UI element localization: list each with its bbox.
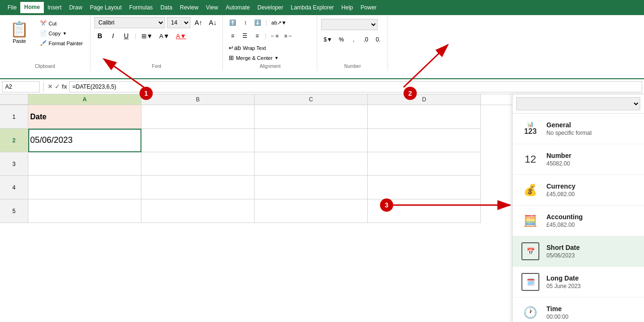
font-family-select[interactable]: Calibri [94,17,165,28]
format-painter-icon: 🖌️ [40,40,47,46]
cell-d1[interactable] [368,105,481,129]
underline-button[interactable]: U [121,30,132,41]
col-header-b[interactable]: B [141,94,255,105]
row-header-4[interactable]: 4 [0,176,28,199]
align-left-btn[interactable]: ≡ [227,30,238,41]
fill-color-button[interactable]: A▼ [157,30,172,41]
wrap-text-button[interactable]: ↵ab Wrap Text [227,43,295,52]
menu-insert[interactable]: Insert [44,2,66,13]
bold-button[interactable]: B [94,30,106,41]
format-item-short-date[interactable]: 📅 Short Date 05/06/2023 [512,236,644,267]
cell-b5[interactable] [141,199,255,223]
menu-formulas[interactable]: Formulas [125,2,157,13]
time-text: Time 00:00:00 [546,305,569,320]
cell-a1[interactable]: Date [28,105,141,129]
cancel-formula-icon[interactable]: ✕ [48,83,53,90]
format-item-currency[interactable]: 💰 Currency £45,082.00 [512,175,644,206]
row-header-5[interactable]: 5 [0,199,28,223]
align-bottom-btn[interactable]: ⬇️ [252,17,264,28]
cell-a3[interactable] [28,152,141,176]
formula-input[interactable] [69,81,642,92]
indent-increase-btn[interactable]: ≡→ [282,30,295,41]
cell-a4[interactable] [28,176,141,199]
formula-icons: ✕ ✓ fx [48,83,67,90]
copy-button[interactable]: 📄 Copy ▼ [37,29,86,38]
cell-b2[interactable] [141,129,255,152]
align-top-btn[interactable]: ⬆️ [227,17,239,28]
font-shrink-btn[interactable]: A↓ [206,17,219,28]
number-format-select[interactable] [321,19,378,30]
format-item-time[interactable]: 🕐 Time 00:00:00 [512,297,644,322]
cell-b3[interactable] [141,152,255,176]
accounting-format-btn[interactable]: $▼ [321,34,335,45]
cell-d5[interactable] [368,199,481,223]
cell-a2[interactable]: 05/06/2023 [28,129,141,152]
confirm-formula-icon[interactable]: ✓ [55,83,60,90]
row-header-1[interactable]: 1 [0,105,28,129]
merge-center-button[interactable]: ⊞ Merge & Center ▼ [227,53,295,62]
menu-review[interactable]: Review [176,2,202,13]
format-painter-button[interactable]: 🖌️ Format Painter [37,39,86,48]
align-bottom-row: ≡ ☰ ≡ | ←≡ ≡→ [227,30,295,41]
format-item-general[interactable]: 📊 123 General No specific format [512,114,644,144]
menu-help[interactable]: Help [338,2,357,13]
long-date-icon: 🗓️ [520,272,541,292]
text-orientation-btn[interactable]: ab↗▼ [269,17,289,28]
percent-btn[interactable]: % [336,34,347,45]
cell-b1[interactable] [141,105,255,129]
time-icon: 🕐 [520,302,541,322]
cell-c4[interactable] [255,176,368,199]
menu-view[interactable]: View [202,2,222,13]
cell-c2[interactable] [255,129,368,152]
font-grow-btn[interactable]: A↑ [192,17,205,28]
cell-d2[interactable] [368,129,481,152]
cell-c5[interactable] [255,199,368,223]
decimal-decrease-btn[interactable]: 0. [372,34,384,45]
decimal-increase-btn[interactable]: .0 [360,34,372,45]
cell-c1[interactable] [255,105,368,129]
menu-data[interactable]: Data [157,2,176,13]
format-item-accounting[interactable]: 🧮 Accounting £45,082.00 [512,206,644,236]
font-size-select[interactable]: 14 [167,17,190,28]
col-header-a[interactable]: A [28,94,141,105]
align-right-btn[interactable]: ≡ [251,30,263,41]
cell-d4[interactable] [368,176,481,199]
currency-name: Currency [546,182,575,190]
paste-icon: 📋 [10,20,29,38]
col-header-c[interactable]: C [255,94,368,105]
menu-developer[interactable]: Developer [254,2,287,13]
merge-dropdown-icon[interactable]: ▼ [274,56,279,60]
row-header-3[interactable]: 3 [0,152,28,176]
format-panel-dropdown[interactable] [516,97,640,110]
menu-pagelayout[interactable]: Page Layout [86,2,125,13]
copy-dropdown-icon[interactable]: ▼ [63,31,67,36]
cell-reference-box[interactable] [2,81,40,92]
cell-a5[interactable] [28,199,141,223]
row-header-2[interactable]: 2 [0,129,28,152]
cell-b4[interactable] [141,176,255,199]
insert-function-icon[interactable]: fx [62,83,67,90]
cell-c3[interactable] [255,152,368,176]
format-item-long-date[interactable]: 🗓️ Long Date 05 June 2023 [512,267,644,297]
comma-btn[interactable]: , [348,34,359,45]
col-header-d[interactable]: D [368,94,481,105]
menu-power[interactable]: Power [357,2,380,13]
ribbon-alignment-group: ⬆️ ↕️ ⬇️ | ab↗▼ ≡ ☰ ≡ | ←≡ ≡→ ↵ab [223,15,317,71]
merge-center-label: Merge & Center [236,55,272,61]
col-header-row: A B C D [0,94,512,105]
menu-draw[interactable]: Draw [66,2,86,13]
cut-button[interactable]: ✂️ Cut [37,19,86,28]
menu-automate[interactable]: Automate [222,2,254,13]
borders-button[interactable]: ⊞▼ [139,30,155,41]
menu-home[interactable]: Home [20,2,43,13]
menu-lambda[interactable]: Lambda Explorer [287,2,338,13]
indent-decrease-btn[interactable]: ←≡ [268,30,281,41]
italic-button[interactable]: I [107,30,119,41]
menu-file[interactable]: File [4,2,20,13]
font-color-button[interactable]: A▼ [173,30,189,41]
paste-button[interactable]: 📋 Paste [4,17,35,47]
cell-d3[interactable] [368,152,481,176]
format-item-number[interactable]: 12 Number 45082.00 [512,144,644,175]
align-center-btn[interactable]: ☰ [239,30,250,41]
align-middle-btn[interactable]: ↕️ [239,17,251,28]
